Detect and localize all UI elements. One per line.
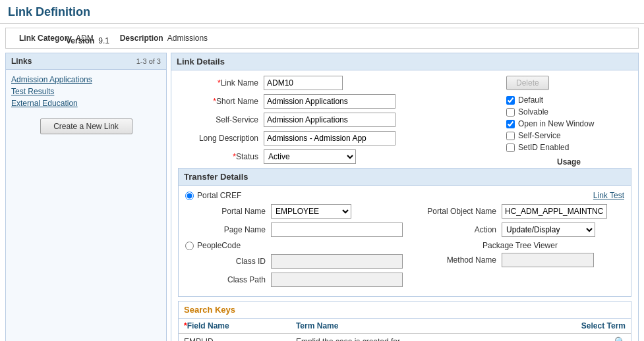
- open-in-new-window-checkbox-row: Open in New Window: [506, 119, 631, 128]
- header-bar: Link Category ADM Description Admissions…: [5, 28, 639, 49]
- self-service-cb-label: Self-Service: [518, 131, 561, 140]
- transfer-cols: Portal CREF Portal Name EMPLOYEE CUSTOME…: [185, 191, 624, 291]
- solvable-checkbox[interactable]: [506, 108, 515, 117]
- details-right: Delete Default Solvable Open in Ne: [500, 76, 631, 168]
- method-name-label: Method Name: [416, 255, 502, 265]
- main-content: Links 1-3 of 3 Admission Applications Te…: [5, 53, 639, 341]
- self-service-checkbox-row: Self-Service: [506, 131, 631, 140]
- transfer-header: Transfer Details: [179, 169, 631, 186]
- link-test-link[interactable]: Link Test: [593, 191, 624, 200]
- open-in-new-window-checkbox[interactable]: [506, 120, 515, 128]
- portal-name-row: Portal Name EMPLOYEE CUSTOMER: [185, 204, 403, 219]
- col-field-name: *Field Name: [179, 319, 291, 334]
- page-name-input[interactable]: [271, 223, 403, 237]
- sidebar-header: Links 1-3 of 3: [6, 53, 166, 70]
- status-select[interactable]: Active Inactive: [264, 149, 356, 164]
- self-service-form-label: Self-Service: [178, 115, 264, 124]
- portal-name-select-wrapper: EMPLOYEE CUSTOMER: [271, 204, 351, 219]
- class-path-label: Class Path: [185, 275, 271, 284]
- open-in-new-window-label: Open in New Window: [518, 119, 594, 128]
- class-path-input[interactable]: [271, 273, 403, 287]
- class-path-row: Class Path: [185, 273, 403, 287]
- sidebar-link-external-education[interactable]: External Education: [11, 97, 161, 109]
- default-checkbox-row: Default: [506, 95, 631, 105]
- default-label: Default: [518, 95, 543, 105]
- search-keys-table: *Field Name Term Name Select Term EMPLID…: [179, 319, 631, 341]
- action-select-wrapper: Update/Display Add Correction: [502, 223, 595, 237]
- portal-name-select[interactable]: EMPLOYEE CUSTOMER: [272, 205, 351, 218]
- portal-object-name-label: Portal Object Name: [416, 207, 502, 216]
- table-row: EMPLID Emplid the case is created for 🔍: [179, 334, 631, 342]
- usage-label: Usage: [506, 157, 631, 167]
- link-category-label: Link Category: [19, 34, 72, 43]
- field-name-cell: EMPLID: [179, 334, 291, 342]
- action-label: Action: [416, 225, 502, 234]
- class-id-row: Class ID: [185, 254, 403, 269]
- self-service-input[interactable]: [264, 113, 395, 127]
- right-panel: Link Details *Link Name *Short Name: [171, 53, 639, 341]
- long-description-label: Long Description: [178, 134, 264, 143]
- page-name-label: Page Name: [185, 225, 271, 234]
- long-description-row: Long Description: [178, 131, 500, 145]
- search-keys-title: Search Keys: [184, 305, 235, 315]
- select-term-cell: 🔍: [521, 334, 631, 342]
- transfer-right-col: Link Test Portal Object Name Action: [403, 191, 624, 271]
- setid-enabled-checkbox-row: SetID Enabled: [506, 143, 631, 152]
- version-label: Version: [66, 36, 94, 45]
- col-term-name: Term Name: [291, 319, 521, 334]
- peoplecode-radio-row: PeopleCode: [185, 241, 403, 250]
- transfer-content: Portal CREF Portal Name EMPLOYEE CUSTOME…: [179, 186, 631, 296]
- solvable-checkbox-row: Solvable: [506, 107, 631, 117]
- transfer-title: Transfer Details: [184, 172, 249, 182]
- short-name-label: *Short Name: [178, 97, 264, 106]
- method-name-row: Method Name: [416, 253, 624, 267]
- description-label: Description: [120, 34, 163, 43]
- status-label: *Status: [178, 152, 264, 161]
- delete-button[interactable]: Delete: [506, 76, 549, 90]
- setid-enabled-label: SetID Enabled: [518, 143, 569, 152]
- version-field: Version 9.1: [66, 36, 109, 45]
- sidebar-link-test-results[interactable]: Test Results: [11, 86, 161, 97]
- sidebar-links: Admission Applications Test Results Exte…: [6, 70, 166, 113]
- method-name-input[interactable]: [502, 253, 594, 267]
- version-value: 9.1: [98, 36, 109, 45]
- default-checkbox[interactable]: [506, 96, 515, 105]
- portal-object-name-row: Portal Object Name: [416, 204, 624, 219]
- portal-name-label: Portal Name: [185, 207, 271, 216]
- search-keys-header-row: *Field Name Term Name Select Term: [179, 319, 631, 334]
- link-details-header: Link Details: [171, 53, 638, 70]
- self-service-checkbox[interactable]: [506, 132, 515, 140]
- create-new-link-button[interactable]: Create a New Link: [40, 118, 132, 134]
- link-details-title: Link Details: [177, 57, 225, 66]
- solvable-label: Solvable: [518, 107, 548, 117]
- class-id-input[interactable]: [271, 254, 403, 269]
- short-name-input[interactable]: [264, 94, 395, 109]
- details-top: *Link Name *Short Name Self-Service: [178, 76, 631, 168]
- peoplecode-label: PeopleCode: [197, 241, 241, 250]
- short-name-row: *Short Name: [178, 94, 500, 109]
- term-name-cell: Emplid the case is created for: [291, 334, 521, 342]
- link-name-row: *Link Name: [178, 76, 500, 90]
- sidebar: Links 1-3 of 3 Admission Applications Te…: [5, 53, 167, 341]
- portal-cref-radio[interactable]: [185, 192, 194, 200]
- pkg-tree-label: Package Tree Viewer: [483, 241, 558, 250]
- col-select-term: Select Term: [521, 319, 631, 334]
- portal-cref-label: Portal CREF: [197, 191, 241, 200]
- action-select[interactable]: Update/Display Add Correction: [502, 223, 595, 236]
- setid-enabled-checkbox[interactable]: [506, 144, 515, 152]
- link-details-content: *Link Name *Short Name Self-Service: [171, 70, 638, 341]
- link-name-input[interactable]: [264, 76, 343, 90]
- portal-object-name-input[interactable]: [502, 204, 607, 219]
- sidebar-link-admission[interactable]: Admission Applications: [11, 74, 161, 86]
- details-form: *Link Name *Short Name Self-Service: [178, 76, 500, 168]
- transfer-section: Transfer Details Portal CREF: [178, 168, 631, 297]
- self-service-row: Self-Service: [178, 113, 500, 127]
- search-keys-section: Search Keys *Field Name Term Name Select…: [178, 301, 631, 341]
- peoplecode-radio[interactable]: [185, 242, 194, 250]
- search-icon[interactable]: 🔍: [614, 336, 626, 341]
- link-name-label: *Link Name: [178, 78, 264, 88]
- status-row: *Status Active Inactive: [178, 149, 500, 164]
- sidebar-title: Links: [11, 57, 32, 66]
- search-keys-header: Search Keys: [179, 302, 631, 319]
- long-description-input[interactable]: [264, 131, 395, 145]
